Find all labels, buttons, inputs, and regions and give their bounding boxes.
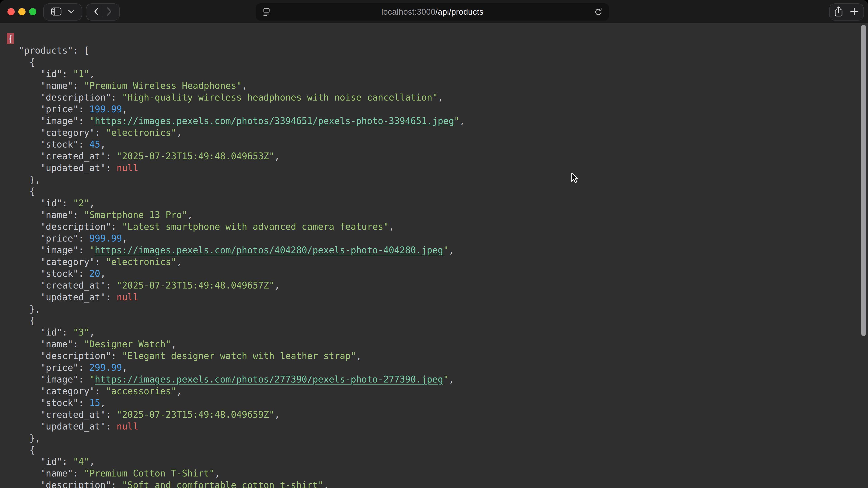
highlighted-root-brace: { (7, 33, 14, 44)
reload-icon[interactable] (594, 7, 603, 18)
image-link[interactable]: https://images.pexels.com/photos/3394651… (95, 116, 454, 126)
image-link[interactable]: https://images.pexels.com/photos/277390/… (95, 374, 443, 385)
sidebar-toggle-group (43, 3, 82, 21)
toolbar-actions-group (829, 3, 864, 21)
browser-window: localhost:3000/api/products (0, 0, 868, 488)
traffic-lights (7, 8, 36, 15)
back-button[interactable] (94, 7, 99, 17)
mouse-cursor (570, 172, 580, 185)
close-button[interactable] (7, 8, 15, 15)
share-icon[interactable] (834, 6, 843, 18)
zoom-button[interactable] (29, 8, 36, 15)
navigation-group (86, 3, 120, 21)
image-link[interactable]: https://images.pexels.com/photos/404280/… (95, 245, 443, 255)
sidebar-icon[interactable] (51, 7, 62, 17)
url-text: localhost:3000/api/products (256, 7, 609, 17)
url-host: localhost:3000 (381, 7, 435, 17)
nav-divider (103, 7, 103, 17)
browser-toolbar: localhost:3000/api/products (0, 0, 868, 23)
chevron-down-icon[interactable] (68, 9, 74, 14)
address-bar[interactable]: localhost:3000/api/products (256, 3, 609, 21)
minimize-button[interactable] (18, 8, 26, 15)
forward-button[interactable] (106, 7, 112, 17)
new-tab-icon[interactable] (850, 7, 859, 17)
scrollbar-thumb[interactable] (861, 25, 866, 336)
json-response-view: { "products": [ { "id": "1", "name": "Pr… (0, 23, 868, 488)
url-path: /api/products (435, 7, 484, 17)
